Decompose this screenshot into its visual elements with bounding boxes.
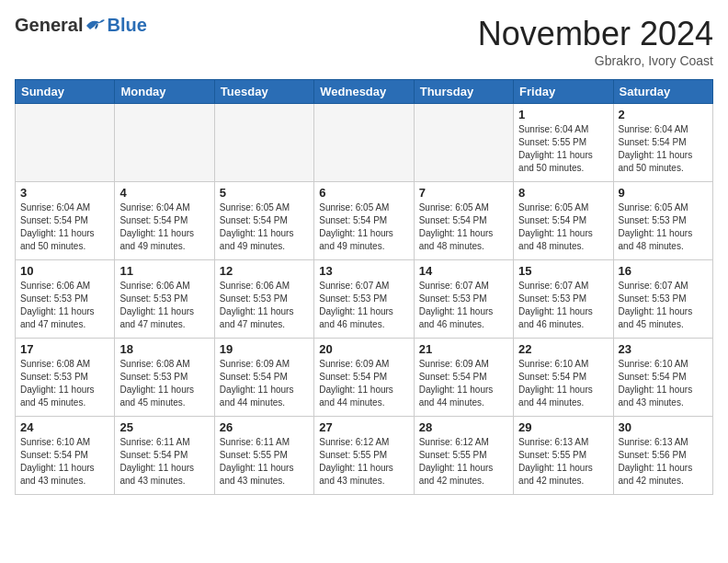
day-info: Sunrise: 6:13 AMSunset: 5:55 PMDaylight:… <box>518 436 608 488</box>
day-info: Sunrise: 6:10 AMSunset: 5:54 PMDaylight:… <box>619 358 708 409</box>
calendar-cell: 19Sunrise: 6:09 AMSunset: 5:54 PMDayligh… <box>214 339 313 417</box>
calendar-cell: 7Sunrise: 6:05 AMSunset: 5:54 PMDaylight… <box>414 182 513 260</box>
day-info: Sunrise: 6:13 AMSunset: 5:56 PMDaylight:… <box>619 436 708 488</box>
day-info: Sunrise: 6:05 AMSunset: 5:54 PMDaylight:… <box>319 201 408 253</box>
day-number: 21 <box>419 342 508 356</box>
day-number: 7 <box>419 186 508 200</box>
logo-blue-text: Blue <box>107 15 146 36</box>
day-number: 10 <box>20 264 109 278</box>
calendar-week-row: 3Sunrise: 6:04 AMSunset: 5:54 PMDaylight… <box>16 182 713 260</box>
day-number: 4 <box>119 186 209 200</box>
day-info: Sunrise: 6:06 AMSunset: 5:53 PMDaylight:… <box>220 280 309 331</box>
calendar-cell <box>414 104 513 182</box>
day-info: Sunrise: 6:04 AMSunset: 5:54 PMDaylight:… <box>20 201 109 253</box>
calendar-cell: 28Sunrise: 6:12 AMSunset: 5:55 PMDayligh… <box>414 417 513 495</box>
day-number: 9 <box>619 186 708 200</box>
day-info: Sunrise: 6:09 AMSunset: 5:54 PMDaylight:… <box>419 358 508 409</box>
day-number: 23 <box>619 342 708 356</box>
calendar-day-header: Wednesday <box>314 80 414 104</box>
calendar-day-header: Sunday <box>16 80 115 104</box>
day-info: Sunrise: 6:09 AMSunset: 5:54 PMDaylight:… <box>319 358 408 409</box>
calendar-cell: 1Sunrise: 6:04 AMSunset: 5:55 PMDaylight… <box>514 104 613 182</box>
calendar-cell: 3Sunrise: 6:04 AMSunset: 5:54 PMDaylight… <box>16 182 115 260</box>
day-info: Sunrise: 6:10 AMSunset: 5:54 PMDaylight:… <box>20 436 109 488</box>
day-info: Sunrise: 6:07 AMSunset: 5:53 PMDaylight:… <box>518 280 608 331</box>
location-text: Gbrakro, Ivory Coast <box>478 53 713 68</box>
day-number: 3 <box>20 186 109 200</box>
day-info: Sunrise: 6:07 AMSunset: 5:53 PMDaylight:… <box>619 280 708 331</box>
day-info: Sunrise: 6:08 AMSunset: 5:53 PMDaylight:… <box>20 358 109 409</box>
calendar-table: SundayMondayTuesdayWednesdayThursdayFrid… <box>15 79 713 495</box>
day-number: 19 <box>220 342 309 356</box>
calendar-week-row: 24Sunrise: 6:10 AMSunset: 5:54 PMDayligh… <box>16 417 713 495</box>
day-info: Sunrise: 6:07 AMSunset: 5:53 PMDaylight:… <box>319 280 408 331</box>
day-info: Sunrise: 6:10 AMSunset: 5:54 PMDaylight:… <box>518 358 608 409</box>
day-info: Sunrise: 6:05 AMSunset: 5:54 PMDaylight:… <box>419 201 508 253</box>
calendar-cell: 15Sunrise: 6:07 AMSunset: 5:53 PMDayligh… <box>514 260 613 339</box>
calendar-week-row: 17Sunrise: 6:08 AMSunset: 5:53 PMDayligh… <box>16 339 713 417</box>
day-number: 26 <box>220 420 309 434</box>
day-number: 15 <box>518 264 608 278</box>
day-number: 8 <box>518 186 608 200</box>
day-number: 18 <box>119 342 209 356</box>
day-info: Sunrise: 6:11 AMSunset: 5:54 PMDaylight:… <box>119 436 209 488</box>
day-number: 12 <box>220 264 309 278</box>
day-number: 14 <box>419 264 508 278</box>
calendar-cell: 9Sunrise: 6:05 AMSunset: 5:53 PMDaylight… <box>613 182 712 260</box>
calendar-cell <box>314 104 414 182</box>
calendar-cell: 14Sunrise: 6:07 AMSunset: 5:53 PMDayligh… <box>414 260 513 339</box>
day-number: 30 <box>619 420 708 434</box>
logo-general-text: General <box>15 15 83 36</box>
day-info: Sunrise: 6:05 AMSunset: 5:54 PMDaylight:… <box>518 201 608 253</box>
calendar-cell <box>16 104 115 182</box>
day-number: 6 <box>319 186 408 200</box>
day-info: Sunrise: 6:12 AMSunset: 5:55 PMDaylight:… <box>319 436 408 488</box>
day-info: Sunrise: 6:06 AMSunset: 5:53 PMDaylight:… <box>119 280 209 331</box>
calendar-cell <box>214 104 313 182</box>
calendar-cell: 22Sunrise: 6:10 AMSunset: 5:54 PMDayligh… <box>514 339 613 417</box>
day-number: 16 <box>619 264 708 278</box>
day-info: Sunrise: 6:12 AMSunset: 5:55 PMDaylight:… <box>419 436 508 488</box>
day-number: 1 <box>518 108 608 121</box>
calendar-cell: 24Sunrise: 6:10 AMSunset: 5:54 PMDayligh… <box>16 417 115 495</box>
calendar-cell: 30Sunrise: 6:13 AMSunset: 5:56 PMDayligh… <box>613 417 712 495</box>
calendar-cell <box>115 104 214 182</box>
calendar-cell: 25Sunrise: 6:11 AMSunset: 5:54 PMDayligh… <box>115 417 214 495</box>
calendar-cell: 6Sunrise: 6:05 AMSunset: 5:54 PMDaylight… <box>314 182 414 260</box>
month-title: November 2024 <box>478 15 713 53</box>
day-info: Sunrise: 6:04 AMSunset: 5:55 PMDaylight:… <box>518 123 608 175</box>
day-info: Sunrise: 6:05 AMSunset: 5:54 PMDaylight:… <box>220 201 309 253</box>
day-number: 24 <box>20 420 109 434</box>
day-info: Sunrise: 6:06 AMSunset: 5:53 PMDaylight:… <box>20 280 109 331</box>
calendar-cell: 2Sunrise: 6:04 AMSunset: 5:54 PMDaylight… <box>613 104 712 182</box>
day-number: 27 <box>319 420 408 434</box>
day-info: Sunrise: 6:11 AMSunset: 5:55 PMDaylight:… <box>220 436 309 488</box>
title-section: November 2024 Gbrakro, Ivory Coast <box>478 15 713 68</box>
calendar-cell: 26Sunrise: 6:11 AMSunset: 5:55 PMDayligh… <box>214 417 313 495</box>
day-info: Sunrise: 6:05 AMSunset: 5:53 PMDaylight:… <box>619 201 708 253</box>
calendar-cell: 13Sunrise: 6:07 AMSunset: 5:53 PMDayligh… <box>314 260 414 339</box>
day-number: 11 <box>119 264 209 278</box>
calendar-day-header: Tuesday <box>214 80 313 104</box>
calendar-cell: 5Sunrise: 6:05 AMSunset: 5:54 PMDaylight… <box>214 182 313 260</box>
day-number: 28 <box>419 420 508 434</box>
calendar-day-header: Thursday <box>414 80 513 104</box>
day-number: 13 <box>319 264 408 278</box>
calendar-week-row: 1Sunrise: 6:04 AMSunset: 5:55 PMDaylight… <box>16 104 713 182</box>
calendar-cell: 23Sunrise: 6:10 AMSunset: 5:54 PMDayligh… <box>613 339 712 417</box>
calendar-cell: 4Sunrise: 6:04 AMSunset: 5:54 PMDaylight… <box>115 182 214 260</box>
calendar-cell: 20Sunrise: 6:09 AMSunset: 5:54 PMDayligh… <box>314 339 414 417</box>
day-number: 17 <box>20 342 109 356</box>
day-info: Sunrise: 6:04 AMSunset: 5:54 PMDaylight:… <box>119 201 209 253</box>
calendar-header-row: SundayMondayTuesdayWednesdayThursdayFrid… <box>16 80 713 104</box>
day-number: 25 <box>119 420 209 434</box>
calendar-cell: 29Sunrise: 6:13 AMSunset: 5:55 PMDayligh… <box>514 417 613 495</box>
day-number: 22 <box>518 342 608 356</box>
calendar-week-row: 10Sunrise: 6:06 AMSunset: 5:53 PMDayligh… <box>16 260 713 339</box>
day-number: 5 <box>220 186 309 200</box>
day-info: Sunrise: 6:07 AMSunset: 5:53 PMDaylight:… <box>419 280 508 331</box>
calendar-day-header: Friday <box>514 80 613 104</box>
calendar-cell: 18Sunrise: 6:08 AMSunset: 5:53 PMDayligh… <box>115 339 214 417</box>
day-info: Sunrise: 6:08 AMSunset: 5:53 PMDaylight:… <box>119 358 209 409</box>
calendar-cell: 17Sunrise: 6:08 AMSunset: 5:53 PMDayligh… <box>16 339 115 417</box>
